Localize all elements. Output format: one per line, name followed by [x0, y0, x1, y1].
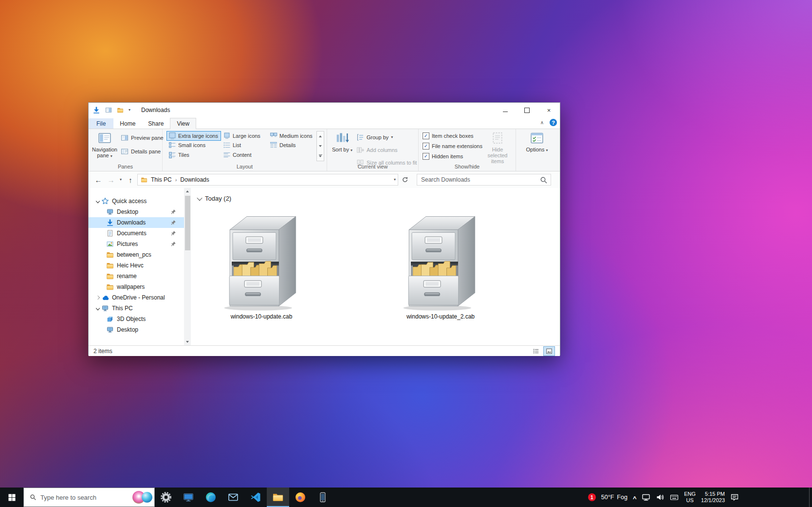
- taskbar-vscode-button[interactable]: [244, 488, 267, 507]
- sidebar-item-onedrive[interactable]: OneDrive - Personal: [89, 292, 184, 303]
- sidebar-scrollbar[interactable]: [184, 188, 191, 345]
- address-history-button[interactable]: ▾: [394, 178, 396, 182]
- refresh-button[interactable]: [399, 174, 411, 186]
- qat-customize-button[interactable]: ▾: [129, 108, 130, 112]
- weather-condition: Fog: [617, 494, 627, 501]
- network-icon[interactable]: [642, 493, 650, 502]
- hidden-items-checkbox[interactable]: ✓ Hidden items: [423, 153, 482, 160]
- taskbar-firefox-button[interactable]: [289, 488, 312, 507]
- search-input[interactable]: [417, 174, 551, 185]
- explorer-window: ▾ Downloads × File Home Share View ∧ ? N…: [88, 102, 560, 356]
- qat-properties-button[interactable]: [105, 107, 112, 113]
- taskbar-edge-button[interactable]: [200, 488, 222, 507]
- search-placeholder: Type here to search: [40, 494, 96, 501]
- help-button[interactable]: ?: [550, 119, 557, 126]
- address-toolbar: ← → ▾ ↑ This PC › Downloads ▾: [89, 171, 560, 188]
- sidebar-item-quick-access[interactable]: Quick access: [89, 196, 184, 207]
- collapse-ribbon-button[interactable]: ∧: [540, 120, 544, 125]
- sidebar-item-this-pc[interactable]: This PC: [89, 303, 184, 314]
- sidebar-item-downloads[interactable]: Downloads: [89, 217, 184, 228]
- group-by-button[interactable]: Group by ▾: [356, 133, 417, 142]
- view-list[interactable]: List: [221, 141, 268, 150]
- maximize-button[interactable]: [516, 103, 538, 117]
- pin-icon: [170, 230, 176, 237]
- file-windows-10-update-2[interactable]: windows-10-update_2.cab: [379, 210, 502, 320]
- bing-sphere-icon[interactable]: [142, 492, 152, 503]
- file-windows-10-update[interactable]: windows-10-update.cab: [200, 210, 323, 320]
- view-content[interactable]: Content: [221, 150, 268, 160]
- qat-new-folder-button[interactable]: [117, 107, 124, 113]
- breadcrumb-this-pc[interactable]: This PC: [150, 176, 172, 183]
- up-button[interactable]: ↑: [125, 174, 136, 186]
- hide-selected-items-button[interactable]: Hide selected items: [482, 131, 513, 164]
- file-name-extensions-checkbox[interactable]: ✓ File name extensions: [423, 143, 482, 150]
- search-icon[interactable]: [540, 176, 548, 184]
- tray-overflow-button[interactable]: ∧: [632, 495, 637, 500]
- view-small-icons[interactable]: Small icons: [166, 141, 221, 150]
- chevron-down-icon[interactable]: [197, 195, 202, 200]
- show-desktop-button[interactable]: [809, 488, 812, 507]
- tab-view[interactable]: View: [170, 118, 196, 129]
- options-button[interactable]: Options ▾: [523, 131, 551, 152]
- gallery-scroll-down-button[interactable]: [317, 141, 324, 151]
- taskbar-monitor-app-button[interactable]: [177, 488, 200, 507]
- status-thumbnail-view-button[interactable]: [543, 346, 555, 356]
- view-extra-large-icons[interactable]: Extra large icons: [166, 131, 221, 141]
- sidebar-item-desktop[interactable]: Desktop: [89, 207, 184, 217]
- title-bar[interactable]: ▾ Downloads ×: [89, 103, 560, 117]
- sidebar-item-3d-objects[interactable]: 3D Objects: [89, 314, 184, 324]
- action-center-icon[interactable]: [730, 493, 739, 502]
- touch-keyboard-icon[interactable]: [670, 493, 679, 502]
- weather-widget[interactable]: 50°F Fog: [601, 494, 627, 501]
- tab-share[interactable]: Share: [142, 118, 170, 129]
- sort-by-button[interactable]: Sort by ▾: [331, 131, 353, 152]
- details-pane-button[interactable]: Details pane: [121, 147, 164, 156]
- scrollbar-thumb[interactable]: [185, 196, 190, 250]
- view-medium-icons[interactable]: Medium icons: [268, 131, 314, 141]
- preview-pane-button[interactable]: Preview pane: [121, 133, 164, 142]
- taskbar-settings-button[interactable]: [155, 488, 177, 507]
- breadcrumb-downloads[interactable]: Downloads: [180, 176, 209, 183]
- sidebar-item-pictures[interactable]: Pictures: [89, 239, 184, 249]
- back-button[interactable]: ←: [92, 174, 104, 186]
- chevron-expanded-icon[interactable]: [94, 198, 101, 205]
- chevron-collapsed-icon[interactable]: [94, 294, 101, 301]
- tab-home[interactable]: Home: [113, 118, 142, 129]
- status-details-view-button[interactable]: [530, 346, 542, 356]
- clock[interactable]: 5:15 PM 12/1/2023: [701, 491, 725, 504]
- sidebar-item-rename[interactable]: rename: [89, 271, 184, 282]
- sidebar-item-between-pcs[interactable]: between_pcs: [89, 249, 184, 260]
- group-header-today[interactable]: Today (2): [198, 195, 560, 202]
- minimize-button[interactable]: [494, 103, 516, 117]
- recent-locations-button[interactable]: ▾: [118, 178, 124, 182]
- file-list-area[interactable]: Today (2) windows-10-update.cab windows-…: [191, 188, 560, 345]
- close-button[interactable]: ×: [538, 103, 560, 117]
- view-details[interactable]: Details: [268, 141, 314, 150]
- taskbar-file-explorer-button[interactable]: [267, 488, 289, 507]
- sidebar-item-this-pc-desktop[interactable]: Desktop: [89, 324, 184, 335]
- tab-file[interactable]: File: [89, 118, 113, 129]
- view-large-icons[interactable]: Large icons: [221, 131, 268, 141]
- list-view-icon: [223, 141, 231, 149]
- sidebar-item-heic-hevc[interactable]: Heic Hevc: [89, 260, 184, 271]
- chevron-expanded-icon[interactable]: [94, 305, 101, 312]
- add-columns-button[interactable]: Add columns: [356, 146, 417, 154]
- volume-icon[interactable]: [656, 493, 664, 502]
- start-button[interactable]: [0, 488, 23, 507]
- gallery-scroll-up-button[interactable]: [317, 131, 324, 141]
- item-check-boxes-checkbox[interactable]: ✓ Item check boxes: [423, 132, 482, 139]
- forward-button[interactable]: →: [105, 174, 117, 186]
- scroll-down-button[interactable]: [184, 338, 191, 345]
- navigation-pane-button[interactable]: Navigation pane ▾: [91, 131, 119, 158]
- sidebar-item-wallpapers[interactable]: wallpapers: [89, 282, 184, 292]
- scroll-up-button[interactable]: [184, 188, 191, 195]
- gallery-more-button[interactable]: [317, 151, 324, 161]
- taskbar-mail-button[interactable]: [222, 488, 244, 507]
- taskbar-your-phone-button[interactable]: [312, 488, 334, 507]
- address-bar[interactable]: This PC › Downloads ▾: [137, 174, 398, 186]
- view-tiles[interactable]: Tiles: [166, 150, 221, 160]
- taskbar-search[interactable]: Type here to search: [23, 488, 155, 507]
- language-indicator[interactable]: ENG US: [684, 491, 696, 504]
- sidebar-item-documents[interactable]: Documents: [89, 228, 184, 239]
- dropdown-caret: ▾: [546, 148, 548, 152]
